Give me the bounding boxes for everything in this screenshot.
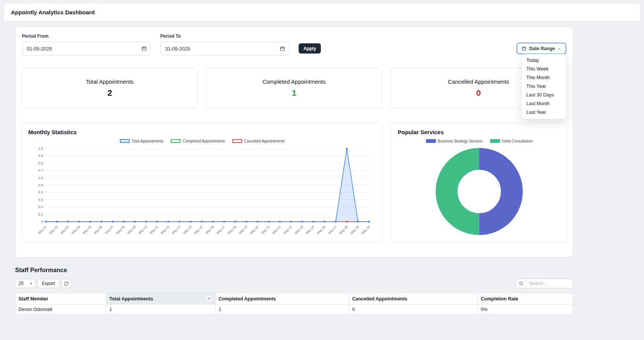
refresh-button[interactable] (61, 279, 71, 288)
legend-swatch (171, 139, 181, 143)
search-icon (516, 279, 526, 288)
period-from-input[interactable] (22, 42, 151, 55)
y-tick-label: 1.0 (38, 147, 43, 150)
staff-performance-table: Staff Member Total Appointments ▾ Comple… (15, 293, 573, 315)
x-tick-label: May 05 (82, 225, 92, 235)
search-input[interactable] (526, 279, 573, 288)
period-to-value[interactable] (164, 46, 280, 52)
legend-label: Business Strategy Session (438, 139, 483, 143)
x-tick-label: May 09 (126, 225, 136, 235)
x-tick-label: May 02 (48, 225, 58, 235)
legend-label: Completed Appointments (182, 139, 225, 143)
chart-legend: Total AppointmentsCompleted Appointments… (28, 139, 376, 143)
data-point (257, 221, 259, 223)
x-tick-label: May 12 (160, 225, 170, 235)
legend-item[interactable]: Business Strategy Session (426, 139, 483, 143)
x-tick-label: May 25 (305, 225, 315, 235)
y-tick-label: 0.5 (38, 183, 43, 187)
apply-button[interactable]: Apply (299, 43, 321, 54)
x-tick-label: May 11 (149, 225, 159, 235)
table-header-row: Staff Member Total Appointments ▾ Comple… (15, 293, 573, 305)
x-tick-label: May 27 (327, 225, 337, 235)
data-point (301, 221, 303, 223)
stat-value: 2 (107, 88, 112, 98)
page-size-select[interactable]: 25 ▾ (15, 279, 35, 288)
column-header-cancelled-appointments[interactable]: Cancelled Appointments (349, 293, 478, 305)
menu-item-this-year[interactable]: This Year (522, 82, 566, 91)
y-tick-label: 0.1 (38, 213, 43, 216)
x-tick-label: May 01 (37, 225, 48, 235)
column-header-staff-member[interactable]: Staff Member (15, 293, 106, 305)
stat-card-total-appointments: Total Appointments 2 (22, 68, 198, 109)
cell-cancelled-appointments: 0 (349, 305, 478, 315)
export-button[interactable]: Export (38, 279, 59, 288)
date-range-label: Date Range (529, 46, 555, 51)
x-tick-label: May 16 (204, 225, 215, 235)
x-tick-label: May 22 (271, 225, 282, 235)
menu-item-this-week[interactable]: This Week (522, 65, 566, 74)
menu-item-last-month[interactable]: Last Month (522, 100, 566, 108)
x-tick-label: May 17 (216, 225, 226, 235)
column-header-completion-rate[interactable]: Completion Rate (478, 293, 573, 305)
period-from-label: Period From (22, 34, 151, 39)
column-header-label: Completion Rate (481, 296, 518, 302)
cell-staff-member: Devon Odonnell (15, 305, 106, 315)
column-header-label: Cancelled Appointments (352, 296, 407, 302)
legend-label: Initial Consultation (502, 139, 533, 143)
page-title: Appointly Analytics Dashboard (11, 9, 95, 15)
y-tick-label: 0 (41, 220, 43, 224)
menu-item-today[interactable]: Today (522, 56, 566, 65)
legend-item[interactable]: Completed Appointments (171, 139, 225, 143)
x-tick-label: May 26 (316, 225, 326, 235)
period-to-input[interactable] (160, 42, 289, 55)
data-point (78, 221, 80, 223)
data-point (123, 221, 125, 223)
stat-value: 1 (292, 88, 296, 98)
data-point (245, 221, 247, 223)
data-point (156, 221, 158, 223)
period-from-field: Period From (22, 34, 151, 55)
filter-row: Period From Period To Apply (22, 34, 566, 55)
legend-swatch (232, 139, 242, 143)
x-tick-label: May 15 (193, 225, 204, 235)
section-title-staff-performance: Staff Performance (15, 267, 573, 274)
legend-item[interactable]: Cancelled Appointments (232, 139, 285, 143)
menu-item-last-year[interactable]: Last Year (522, 108, 566, 117)
period-to-label: Period To (160, 34, 289, 39)
data-point (235, 221, 236, 223)
menu-item-last-30-days[interactable]: Last 30 Days (522, 91, 566, 100)
menu-item-this-month[interactable]: This Month (522, 74, 566, 82)
data-point (167, 221, 169, 223)
analytics-panel: Period From Period To Apply (15, 27, 573, 257)
chevron-down-icon (558, 47, 561, 51)
calendar-icon[interactable] (280, 46, 285, 51)
legend-label: Cancelled Appointments (244, 139, 285, 143)
x-tick-label: May 13 (171, 225, 181, 235)
cell-completion-rate: 0% (478, 305, 573, 315)
x-tick-label: May 24 (294, 225, 304, 235)
legend-swatch (490, 139, 500, 143)
column-header-label: Completed Appointments (219, 296, 276, 302)
legend-item[interactable]: Initial Consultation (490, 139, 533, 143)
x-tick-label: May 18 (227, 225, 237, 235)
legend-item[interactable]: Total Appointments (120, 139, 164, 143)
data-point (357, 221, 359, 223)
column-header-label: Staff Member (18, 296, 48, 302)
data-point (368, 221, 370, 223)
calendar-icon[interactable] (141, 46, 147, 51)
data-point (223, 221, 225, 223)
stats-row: Total Appointments 2 Completed Appointme… (22, 68, 566, 109)
page-size-value: 25 (18, 281, 23, 286)
period-from-value[interactable] (26, 46, 141, 52)
caret-down-icon: ▾ (30, 282, 32, 285)
data-point (313, 221, 314, 223)
stat-label: Cancelled Appointments (448, 78, 509, 85)
column-menu-button[interactable]: ▾ (206, 296, 212, 302)
x-tick-label: May 30 (361, 225, 371, 235)
stat-label: Completed Appointments (262, 78, 326, 85)
data-point (324, 221, 325, 223)
data-point (101, 221, 103, 223)
column-header-total-appointments[interactable]: Total Appointments ▾ (106, 293, 216, 305)
date-range-button[interactable]: Date Range (517, 43, 566, 54)
column-header-completed-appointments[interactable]: Completed Appointments (216, 293, 349, 305)
